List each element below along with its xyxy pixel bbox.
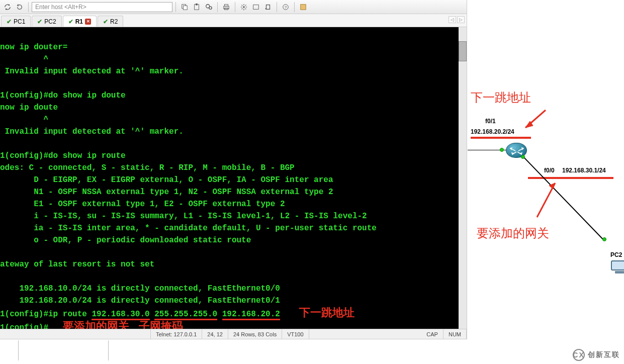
terminal-line: D - EIGRP, EX - EIGRP external, O - OSPF… <box>0 175 333 185</box>
toolbar-separator <box>28 2 29 12</box>
toolbar: Enter host <Alt+R> ? <box>0 0 467 14</box>
terminal-app: Enter host <Alt+R> ? <box>0 0 467 339</box>
svg-point-9 <box>243 6 245 8</box>
status-bar: Telnet: 127.0.0.1 24, 12 24 Rows, 83 Col… <box>0 329 467 339</box>
home-icon[interactable] <box>298 2 309 13</box>
tab-r1[interactable]: ✔ R1 ✕ <box>63 16 97 27</box>
session-icon[interactable] <box>250 2 261 13</box>
arrow-gateway <box>532 178 562 220</box>
check-icon: ✔ <box>68 18 73 25</box>
logo-text: 创新互联 <box>588 350 620 359</box>
nexthop-annotation: 下一跳地址 <box>299 306 354 319</box>
terminal-scrollbar[interactable] <box>459 27 467 329</box>
pc2-label: PC2 <box>610 251 622 258</box>
brand-logo: CX 创新互联 <box>573 349 620 361</box>
svg-rect-1 <box>183 6 187 10</box>
help-icon[interactable]: ? <box>280 2 291 13</box>
svg-point-5 <box>209 7 212 9</box>
find-icon[interactable] <box>203 2 214 13</box>
check-icon: ✔ <box>103 18 108 25</box>
session-tabs: ✔ PC1 ✔ PC2 ✔ R1 ✕ ✔ R2 ◁ ▷ <box>0 14 467 27</box>
route-mask: 255.255.255.0 <box>154 310 217 320</box>
terminal-line: 192.168.10.0/24 is directly connected, F… <box>0 284 280 293</box>
frame-border <box>18 340 109 360</box>
nexthop-title: 下一跳地址 <box>471 89 531 106</box>
status-num: NUM <box>443 329 467 339</box>
terminal-line: now ip douter= <box>0 43 67 52</box>
arrow-nexthop <box>518 108 548 133</box>
toolbar-separator <box>277 2 277 12</box>
terminal-ip-route-line: 1(config)#ip route 192.168.30.0 255.255.… <box>0 310 354 319</box>
topology-diagram: 下一跳地址 f0/1 192.168.20.2/24 f0/0 192.168.… <box>468 0 623 364</box>
tab-left-icon[interactable]: ◁ <box>449 16 456 23</box>
gateway-annotation: 要添加的网关 <box>63 320 129 329</box>
terminal-line: Invalid input detected at '^' marker. <box>0 67 184 76</box>
terminal-line: 1(config)#do show ip doute <box>0 91 126 100</box>
terminal-line: Invalid input detected at '^' marker. <box>0 127 184 136</box>
svg-rect-7 <box>225 4 228 6</box>
svg-rect-13 <box>301 4 306 10</box>
copy-icon[interactable] <box>179 2 190 13</box>
toolbar-separator <box>175 2 176 12</box>
terminal-line: 1(config)#do show ip route <box>0 151 126 160</box>
route-nexthop: 192.168.20.2 <box>222 310 280 320</box>
port-dot-1 <box>500 148 504 152</box>
tab-pc1[interactable]: ✔ PC1 <box>1 16 31 27</box>
refresh-icon[interactable] <box>14 2 25 13</box>
toolbar-separator <box>235 2 235 12</box>
reconnect-icon[interactable] <box>2 2 13 13</box>
scrollbar-thumb[interactable] <box>459 41 467 61</box>
pc-icon <box>611 260 624 275</box>
svg-rect-3 <box>196 4 198 6</box>
terminal-line: odes: C - connected, S - static, R - RIP… <box>0 163 295 172</box>
terminal-line: now ip doute <box>0 103 58 112</box>
mask-annotation: 子网掩码 <box>139 320 183 329</box>
toolbar-separator <box>294 2 295 12</box>
status-term-type: VT100 <box>282 329 309 339</box>
status-dimensions: 24 Rows, 83 Cols <box>228 329 282 339</box>
tab-label: PC2 <box>44 18 56 25</box>
host-input[interactable]: Enter host <Alt+R> <box>32 2 172 12</box>
tab-label: R1 <box>75 18 83 25</box>
network-label-2: 192.168.30.1/24 <box>562 167 606 174</box>
terminal-line: i - IS-IS, su - IS-IS summary, L1 - IS-I… <box>0 212 367 221</box>
terminal-line: E1 - OSPF external type 1, E2 - OSPF ext… <box>0 200 285 209</box>
route-network: 192.168.30.0 <box>92 310 149 320</box>
paste-icon[interactable] <box>191 2 202 13</box>
terminal-line: ateway of last resort is not set <box>0 260 154 269</box>
port-dot-3 <box>602 237 606 241</box>
check-icon: ✔ <box>37 18 42 25</box>
toolbar-separator <box>217 2 218 12</box>
status-connection: Telnet: 127.0.0.1 <box>151 329 202 339</box>
terminal-line: N1 - OSPF NSSA external type 1, N2 - OSP… <box>0 188 333 197</box>
red-bar-1 <box>471 137 531 139</box>
tab-right-icon[interactable]: ▷ <box>457 16 465 23</box>
terminal-line: 192.168.20.0/24 is directly connected, F… <box>0 296 280 305</box>
svg-marker-17 <box>549 183 555 189</box>
status-empty <box>0 329 151 339</box>
terminal-line: o - ODR, P - periodic downloaded static … <box>0 236 251 245</box>
tab-label: PC1 <box>14 18 25 25</box>
status-cap: CAP <box>421 329 443 339</box>
logo-mark: CX <box>573 349 585 361</box>
tab-scroll[interactable]: ◁ ▷ <box>449 16 465 23</box>
settings-icon[interactable] <box>238 2 249 13</box>
tab-label: R2 <box>110 18 118 25</box>
tab-pc2[interactable]: ✔ PC2 <box>32 16 61 27</box>
interface-f00: f0/0 <box>544 167 555 174</box>
status-cursor-pos: 24, 12 <box>202 329 228 339</box>
close-tab-icon[interactable]: ✕ <box>85 19 91 25</box>
port-dot-2 <box>521 155 525 159</box>
terminal-output[interactable]: now ip douter= ^ Invalid input detected … <box>0 27 467 329</box>
svg-rect-10 <box>253 5 259 9</box>
terminal-line: ^ <box>0 115 48 124</box>
tab-r2[interactable]: ✔ R2 <box>98 16 123 27</box>
script-icon[interactable] <box>262 2 274 13</box>
svg-text:?: ? <box>285 5 287 9</box>
print-icon[interactable] <box>221 2 232 13</box>
interface-f01: f0/1 <box>485 118 496 125</box>
terminal-prompt: 1(config)# 要添加的网关 子网掩码 <box>0 323 183 329</box>
network-label-1: 192.168.20.2/24 <box>471 128 514 135</box>
gateway-title: 要添加的网关 <box>477 225 549 241</box>
terminal-line: ia - IS-IS inter area, * - candidate def… <box>0 224 377 233</box>
